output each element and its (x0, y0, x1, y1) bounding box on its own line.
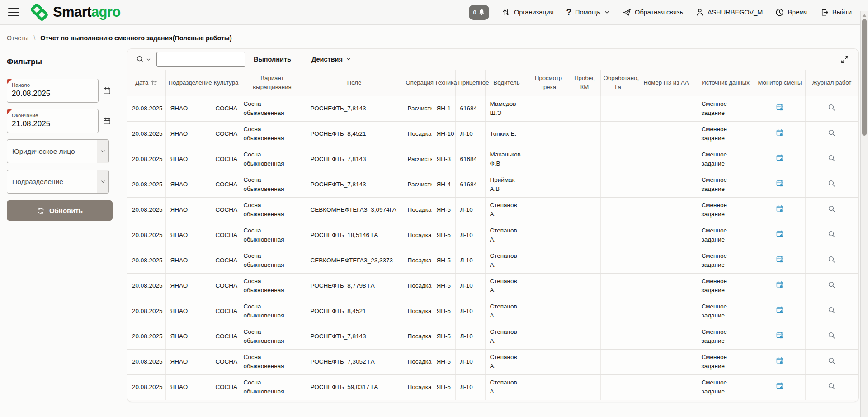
shift-monitor-button[interactable] (775, 153, 785, 163)
search-input[interactable] (156, 52, 245, 67)
maximize-report-button[interactable] (840, 55, 849, 64)
cell-culture: СОСНА (211, 273, 239, 299)
shift-monitor-button[interactable] (775, 280, 785, 290)
work-journal-button[interactable] (827, 128, 837, 138)
cell-data-source: Сменное задание (697, 248, 755, 273)
report-table: Дата Подразделение Культура Вариант выра… (127, 70, 858, 400)
start-date-calendar-button[interactable] (103, 86, 111, 95)
interactive-report-card: Выполнить Действия (127, 48, 859, 402)
shift-monitor-button[interactable] (775, 254, 785, 265)
cell-variant: Сосна обыкновенная (239, 172, 306, 197)
execute-button[interactable]: Выполнить (254, 56, 291, 63)
vertical-scrollbar[interactable] (860, 11, 868, 417)
search-icon (136, 55, 144, 63)
cell-culture: СОСНА (211, 248, 239, 273)
cell-trailer: Л-10 (455, 273, 485, 299)
breadcrumb-reports-link[interactable]: Отчеты (7, 34, 28, 42)
cell-variant: Сосна обыкновенная (239, 223, 306, 248)
work-journal-button[interactable] (827, 255, 837, 265)
cell-data-source: Сменное задание (697, 299, 755, 324)
column-header-vehicle[interactable]: Техника (432, 70, 455, 96)
column-header-operation[interactable]: Операция (403, 70, 432, 96)
cell-processed (600, 223, 636, 248)
end-date-calendar-button[interactable] (103, 117, 111, 125)
column-header-mileage[interactable]: Пробег, КМ (569, 70, 600, 96)
shift-monitor-button[interactable] (775, 229, 785, 239)
search-column-menu-button[interactable] (136, 55, 151, 63)
column-header-culture[interactable]: Культура (211, 70, 239, 96)
work-journal-button[interactable] (827, 179, 837, 189)
table-row: 20.08.2025ЯНАОСОСНАСосна обыкновеннаяРОС… (127, 349, 858, 374)
column-header-date[interactable]: Дата (127, 70, 165, 96)
start-date-field[interactable]: Начало 20.08.2025 (7, 79, 99, 103)
column-header-trailer[interactable]: Прицепное (455, 70, 485, 96)
cell-pz-number (636, 121, 697, 147)
user-label: ASHURBEGOV_M (708, 9, 763, 16)
work-journal-button[interactable] (827, 153, 837, 163)
organization-label: Организация (514, 9, 553, 16)
work-journal-button[interactable] (827, 229, 837, 239)
shift-monitor-button[interactable] (775, 102, 785, 113)
work-journal-button[interactable] (827, 204, 837, 214)
column-header-shift-monitor[interactable]: Монитор смены (755, 70, 805, 96)
column-header-processed[interactable]: Обработано, Га (600, 70, 636, 96)
actions-menu-button[interactable]: Действия (311, 56, 351, 63)
actions-label: Действия (311, 56, 343, 63)
column-header-work-journal[interactable]: Журнал работ (805, 70, 858, 96)
shift-monitor-button[interactable] (775, 330, 785, 341)
user-menu-item[interactable]: ASHURBEGOV_M (696, 8, 763, 16)
shift-monitor-button[interactable] (775, 204, 785, 214)
column-header-division[interactable]: Подразделение (165, 70, 211, 96)
work-journal-button-cell (805, 147, 858, 172)
column-header-pz-number[interactable]: Номер ПЗ из АА (636, 70, 697, 96)
cell-mileage (569, 374, 600, 400)
legal-entity-dropdown-button[interactable] (97, 140, 108, 163)
column-header-track-view[interactable]: Просмотр трека (528, 70, 569, 96)
work-journal-button[interactable] (827, 356, 837, 366)
column-header-variant[interactable]: Вариант выращивания (239, 70, 306, 96)
time-menu-item[interactable]: Время (775, 8, 807, 17)
cell-vehicle: ЯН-5 (432, 197, 455, 223)
shift-monitor-button-cell (755, 121, 805, 147)
end-date-field[interactable]: Окончание 21.08.2025 (7, 109, 99, 133)
notifications-button[interactable]: 0 (469, 5, 489, 20)
cell-pz-number (636, 349, 697, 374)
shift-monitor-button[interactable] (775, 178, 785, 189)
feedback-menu-item[interactable]: Обратная связь (623, 8, 683, 17)
cell-mileage (569, 197, 600, 223)
shift-monitor-button[interactable] (775, 128, 785, 138)
shift-monitor-button[interactable] (775, 381, 785, 391)
cell-data-source: Сменное задание (697, 349, 755, 374)
refresh-button[interactable]: Обновить (7, 200, 113, 221)
work-journal-button[interactable] (827, 280, 837, 290)
shift-monitor-button-cell (755, 374, 805, 400)
shift-monitor-button[interactable] (775, 355, 785, 366)
work-journal-button[interactable] (827, 103, 837, 113)
cell-track-view (528, 324, 569, 349)
organization-menu-item[interactable]: Организация (502, 8, 553, 17)
division-select[interactable]: Подразделение (7, 170, 109, 194)
scroll-up-arrow[interactable] (862, 14, 867, 17)
column-header-driver[interactable]: Водитель (485, 70, 528, 96)
cell-processed (600, 248, 636, 273)
work-journal-button-cell (805, 96, 858, 121)
cell-field: РОСНЕФТЬ_8,4521 (306, 121, 403, 147)
work-journal-button[interactable] (827, 381, 837, 391)
logout-menu-item[interactable]: Выйти (820, 8, 852, 17)
brand-logo[interactable]: Smartagro (30, 3, 121, 21)
menu-icon[interactable] (8, 7, 19, 17)
legal-entity-select[interactable]: Юридическое лицо (7, 139, 109, 163)
division-dropdown-button[interactable] (97, 170, 108, 193)
shift-monitor-button[interactable] (775, 305, 785, 315)
shift-monitor-button-cell (755, 273, 805, 299)
cell-culture: СОСНА (211, 374, 239, 400)
help-menu-item[interactable]: ? Помощь (566, 7, 610, 17)
column-header-data-source[interactable]: Источник данных (697, 70, 755, 96)
cell-division: ЯНАО (165, 324, 211, 349)
column-header-field[interactable]: Поле (306, 70, 403, 96)
scrollbar-thumb[interactable] (862, 19, 867, 136)
cell-division: ЯНАО (165, 299, 211, 324)
work-journal-button[interactable] (827, 331, 837, 341)
work-journal-button[interactable] (827, 305, 837, 315)
shift-monitor-button-cell (755, 223, 805, 248)
